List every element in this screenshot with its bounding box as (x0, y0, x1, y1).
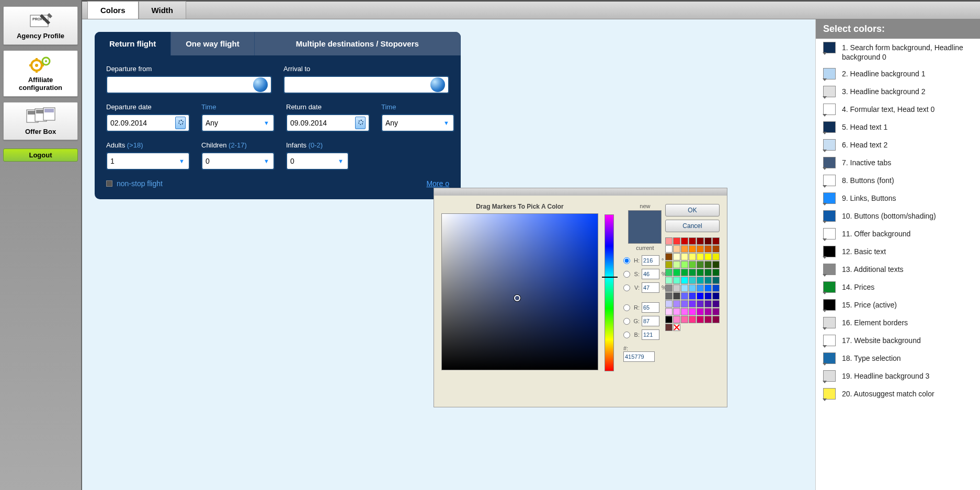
color-item-19[interactable]: 19. Headline background 3 (816, 367, 980, 385)
color-item-6[interactable]: 6. Head text 2 (816, 136, 980, 154)
preset-swatch[interactable] (697, 277, 704, 284)
preset-swatch[interactable] (697, 245, 704, 253)
color-item-10[interactable]: 10. Buttons (bottom/shading) (816, 207, 980, 225)
color-item-17[interactable]: 17. Website background (816, 332, 980, 349)
s-input[interactable] (642, 269, 659, 279)
children-select[interactable] (201, 152, 275, 170)
preset-swatch[interactable] (681, 269, 688, 276)
preset-swatch[interactable] (689, 277, 696, 284)
preset-swatch[interactable] (712, 284, 720, 292)
arrival-to-input[interactable] (283, 76, 449, 94)
preset-swatch[interactable] (712, 277, 720, 284)
color-item-3[interactable]: 3. Headline background 2 (816, 83, 980, 100)
preset-swatch[interactable] (673, 269, 680, 276)
preset-swatch[interactable] (665, 269, 673, 276)
preset-swatch[interactable] (689, 261, 696, 268)
sv-marker[interactable] (514, 295, 520, 301)
nonstop-checkbox[interactable]: non-stop flight (106, 179, 163, 188)
h-radio[interactable] (623, 257, 630, 264)
preset-swatch[interactable] (673, 261, 680, 268)
ok-button[interactable]: OK (665, 204, 720, 216)
preset-swatch[interactable] (665, 245, 673, 253)
cancel-button[interactable]: Cancel (665, 220, 720, 232)
preset-swatch[interactable] (704, 253, 712, 260)
preset-swatch[interactable] (697, 261, 704, 268)
departure-from-input[interactable] (106, 76, 272, 94)
dep-time-select[interactable] (201, 114, 275, 132)
preset-swatch[interactable] (697, 308, 704, 315)
h-input[interactable] (642, 255, 659, 266)
preset-swatch[interactable] (697, 300, 704, 307)
dialog-titlebar[interactable] (434, 188, 727, 196)
color-item-5[interactable]: 5. Head text 1 (816, 118, 980, 136)
preset-swatch[interactable] (681, 277, 688, 284)
preset-swatch[interactable] (681, 300, 688, 307)
tab-colors[interactable]: Colors (87, 1, 139, 19)
b-input[interactable] (642, 329, 659, 340)
preset-swatch[interactable] (704, 284, 712, 292)
color-item-15[interactable]: 15. Price (active) (816, 296, 980, 314)
preset-swatch[interactable] (704, 308, 712, 315)
calendar-icon[interactable] (175, 117, 186, 129)
preset-swatch[interactable] (689, 284, 696, 292)
preset-swatch[interactable] (673, 245, 680, 253)
preset-swatch[interactable] (712, 300, 720, 307)
preset-swatch[interactable] (681, 253, 688, 260)
s-radio[interactable] (623, 271, 630, 278)
logout-button[interactable]: Logout (3, 149, 78, 162)
color-item-12[interactable]: 12. Basic text (816, 243, 980, 260)
preset-swatch[interactable] (665, 316, 673, 323)
preset-swatch[interactable] (712, 292, 720, 300)
preset-swatch[interactable] (665, 284, 673, 292)
return-date-input[interactable] (286, 114, 370, 132)
adults-select[interactable] (106, 152, 190, 170)
preset-swatch[interactable] (665, 308, 673, 315)
color-item-20[interactable]: 20. Autosuggest match color (816, 385, 980, 403)
preset-swatch[interactable] (689, 300, 696, 307)
color-item-2[interactable]: 2. Headline background 1 (816, 65, 980, 83)
preset-swatch[interactable] (712, 308, 720, 315)
preset-swatch[interactable] (704, 237, 712, 245)
preset-swatch[interactable] (673, 324, 680, 331)
preset-swatch[interactable] (681, 284, 688, 292)
preset-swatch[interactable] (681, 308, 688, 315)
preset-swatch[interactable] (665, 253, 673, 260)
preset-swatch[interactable] (665, 261, 673, 268)
preset-swatch[interactable] (665, 277, 673, 284)
preset-swatch[interactable] (673, 253, 680, 260)
preset-swatch[interactable] (697, 316, 704, 323)
preset-swatch[interactable] (665, 300, 673, 307)
preset-swatch[interactable] (689, 316, 696, 323)
preset-swatch[interactable] (704, 245, 712, 253)
preset-swatch[interactable] (673, 316, 680, 323)
preset-swatch[interactable] (712, 269, 720, 276)
color-item-7[interactable]: 7. Inactive tabs (816, 154, 980, 172)
offer-box-button[interactable]: Offer Box (3, 102, 78, 141)
color-item-13[interactable]: 13. Additional texts (816, 260, 980, 278)
preset-swatch[interactable] (673, 300, 680, 307)
affiliate-config-button[interactable]: Affiliate configuration (3, 50, 78, 97)
preset-swatch[interactable] (689, 237, 696, 245)
color-item-1[interactable]: 1. Search form background, Headline back… (816, 39, 980, 65)
preset-swatch[interactable] (704, 277, 712, 284)
preset-swatch[interactable] (712, 261, 720, 268)
preset-swatch[interactable] (712, 316, 720, 323)
preset-swatch[interactable] (704, 316, 712, 323)
v-input[interactable] (642, 282, 659, 293)
departure-date-input[interactable] (106, 114, 190, 132)
tab-width[interactable]: Width (139, 1, 187, 19)
preset-swatch[interactable] (697, 269, 704, 276)
color-item-9[interactable]: 9. Links, Buttons (816, 189, 980, 207)
preset-swatch[interactable] (689, 308, 696, 315)
preset-swatch[interactable] (697, 284, 704, 292)
preset-swatch[interactable] (689, 292, 696, 300)
form-tab-oneway[interactable]: One way flight (171, 32, 255, 55)
preset-swatch[interactable] (673, 277, 680, 284)
r-radio[interactable] (623, 304, 630, 311)
preset-swatch[interactable] (673, 237, 680, 245)
preset-swatch[interactable] (704, 269, 712, 276)
preset-swatch[interactable] (665, 324, 673, 331)
preset-swatch[interactable] (689, 269, 696, 276)
more-options-link[interactable]: More o (426, 179, 449, 188)
g-input[interactable] (642, 316, 659, 326)
